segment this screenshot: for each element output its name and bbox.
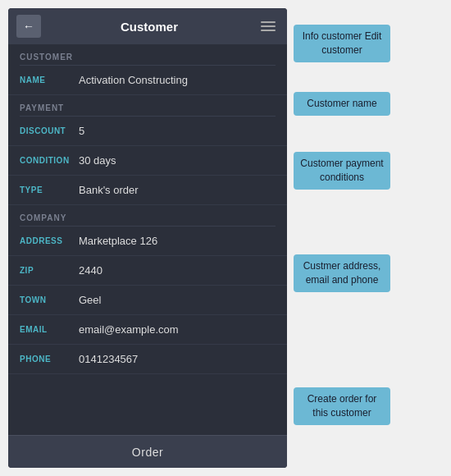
address-value: Marketplace 126 bbox=[79, 235, 276, 247]
field-row-discount: DISCOUNT 5 bbox=[8, 117, 287, 146]
name-value: Activation Constructing bbox=[79, 74, 276, 86]
header: ← Customer bbox=[8, 8, 287, 44]
annotation-address-text: Custmer address, email and phone bbox=[303, 260, 381, 286]
page-title: Customer bbox=[121, 20, 178, 34]
phone-value: 0141234567 bbox=[79, 353, 276, 365]
main-container: ← Customer CUSTOMER NAME Activation Cons… bbox=[0, 0, 451, 476]
content-scroll[interactable]: CUSTOMER NAME Activation Constructing PA… bbox=[8, 44, 287, 435]
annotation-customer-name-text: Customer name bbox=[307, 98, 376, 109]
annotation-info-edit: Info customer Edit customer bbox=[294, 25, 390, 62]
field-row-phone: PHONE 0141234567 bbox=[8, 345, 287, 374]
menu-button[interactable] bbox=[257, 18, 279, 34]
annotation-payment-conditions: Customer payment conditions bbox=[294, 152, 390, 190]
condition-label: CONDITION bbox=[20, 156, 79, 165]
town-label: TOWN bbox=[20, 295, 79, 304]
phone-panel: ← Customer CUSTOMER NAME Activation Cons… bbox=[8, 8, 287, 468]
section-company-label: COMPANY bbox=[8, 205, 287, 226]
zip-value: 2440 bbox=[79, 264, 276, 277]
email-value: email@example.com bbox=[79, 323, 276, 336]
back-button[interactable]: ← bbox=[16, 15, 41, 38]
menu-icon bbox=[261, 30, 276, 31]
annotation-create-order-text: Create order for this customer bbox=[308, 393, 377, 419]
phone-label: PHONE bbox=[20, 355, 79, 364]
address-label: ADDRESS bbox=[20, 236, 79, 245]
field-row-email: EMAIL email@example.com bbox=[8, 315, 287, 345]
annotation-customer-name: Customer name bbox=[294, 92, 390, 116]
type-label: TYPE bbox=[20, 185, 79, 195]
name-label: NAME bbox=[20, 76, 79, 85]
footer: Order bbox=[8, 435, 287, 468]
annotations-panel: Info customer Edit customer Customer nam… bbox=[287, 0, 451, 476]
discount-label: DISCOUNT bbox=[20, 126, 79, 135]
menu-icon bbox=[261, 21, 276, 23]
zip-label: ZIP bbox=[20, 266, 79, 275]
field-row-address: ADDRESS Marketplace 126 bbox=[8, 227, 287, 256]
field-row-town: TOWN Geel bbox=[8, 286, 287, 315]
town-value: Geel bbox=[79, 294, 276, 306]
email-label: EMAIL bbox=[20, 325, 79, 334]
field-row-name: NAME Activation Constructing bbox=[8, 66, 287, 95]
section-customer-label: CUSTOMER bbox=[8, 44, 287, 65]
annotation-payment-conditions-text: Customer payment conditions bbox=[300, 158, 383, 183]
discount-value: 5 bbox=[79, 125, 276, 137]
field-row-condition: CONDITION 30 days bbox=[8, 146, 287, 176]
section-payment-label: PAYMENT bbox=[8, 95, 287, 116]
annotation-address: Custmer address, email and phone bbox=[294, 254, 390, 292]
annotation-info-edit-text: Info customer Edit customer bbox=[303, 30, 382, 56]
field-row-zip: ZIP 2440 bbox=[8, 256, 287, 286]
menu-icon bbox=[261, 25, 276, 27]
field-row-type: TYPE Bank's order bbox=[8, 176, 287, 205]
order-button[interactable]: Order bbox=[8, 436, 287, 468]
back-icon: ← bbox=[23, 20, 34, 33]
condition-value: 30 days bbox=[79, 154, 276, 167]
annotation-create-order: Create order for this customer bbox=[294, 387, 390, 425]
type-value: Bank's order bbox=[79, 184, 276, 196]
